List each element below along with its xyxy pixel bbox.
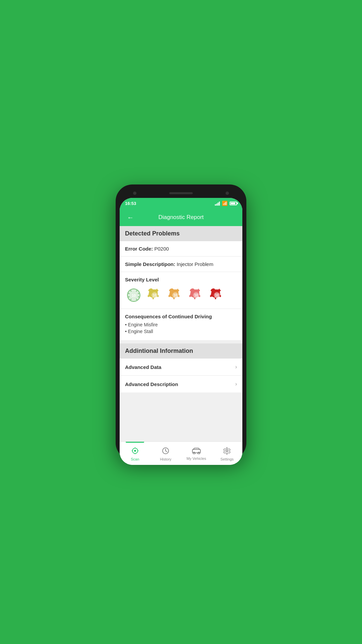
- phone-frame: 16:53 📶 ← Diagnostic Report: [116, 184, 246, 460]
- additional-info-header: Addintional Information: [120, 343, 242, 359]
- advanced-description-row[interactable]: Advanced Description ›: [120, 376, 242, 392]
- severity-gear-4: 10: [187, 286, 205, 304]
- battery-icon: [230, 202, 237, 205]
- page-title: Diagnostic Report: [136, 214, 226, 221]
- consequences-row: Consequences of Continued Driving • Engi…: [120, 309, 242, 340]
- svg-text:10: 10: [215, 293, 219, 297]
- status-time: 16:53: [125, 201, 136, 206]
- severity-gear-1: 10: [125, 286, 142, 304]
- front-camera-left: [133, 192, 136, 195]
- consequence-item-1: • Engine Misfire: [125, 322, 237, 327]
- severity-icons: 10 10: [125, 286, 237, 304]
- svg-text:10: 10: [194, 293, 198, 297]
- settings-nav-icon: [223, 447, 231, 456]
- consequence-item-2: • Engine Stall: [125, 329, 237, 334]
- svg-point-19: [226, 450, 228, 452]
- scan-nav-icon: [131, 447, 139, 456]
- svg-point-10: [134, 450, 136, 452]
- simple-desc-row: Simple Descriptipon: Injector Problem: [120, 257, 242, 272]
- advanced-description-label: Advanced Description: [125, 381, 178, 387]
- nav-item-settings[interactable]: Settings: [212, 442, 243, 465]
- my-vehicles-nav-icon: [192, 447, 201, 455]
- back-button[interactable]: ←: [125, 212, 136, 223]
- detected-problems-title: Detected Problems: [125, 230, 180, 237]
- settings-nav-label: Settings: [220, 457, 234, 461]
- history-nav-label: History: [160, 457, 171, 461]
- bottom-nav: Scan History: [120, 441, 242, 465]
- history-nav-icon: [162, 447, 170, 456]
- front-camera-right: [226, 192, 229, 195]
- error-code-value: P0200: [155, 246, 169, 252]
- status-icons: 📶: [215, 201, 237, 206]
- severity-gear-3: 10: [167, 286, 184, 304]
- error-code-row: Error Code: P0200: [120, 241, 242, 257]
- severity-gear-5: 10: [208, 286, 226, 304]
- section-gap: [120, 340, 242, 343]
- scan-nav-label: Scan: [131, 457, 139, 461]
- battery-fill: [231, 203, 235, 204]
- severity-label: Severity Level: [125, 277, 237, 282]
- my-vehicles-nav-label: My Vehicles: [186, 457, 206, 461]
- advanced-data-row[interactable]: Advanced Data ›: [120, 359, 242, 376]
- main-content: Detected Problems Error Code: P0200 Simp…: [120, 226, 242, 441]
- svg-text:10: 10: [153, 293, 157, 297]
- nav-item-my-vehicles[interactable]: My Vehicles: [181, 442, 212, 465]
- additional-info-title: Addintional Information: [125, 347, 193, 354]
- severity-row: Severity Level 10: [120, 272, 242, 309]
- phone-screen: 16:53 📶 ← Diagnostic Report: [120, 198, 242, 465]
- advanced-description-chevron: ›: [235, 381, 237, 387]
- detected-problems-header: Detected Problems: [120, 226, 242, 241]
- detected-problems-card: Error Code: P0200 Simple Descriptipon: I…: [120, 241, 242, 340]
- advanced-data-label: Advanced Data: [125, 364, 161, 370]
- error-code-label: Error Code:: [125, 246, 153, 252]
- nav-item-history[interactable]: History: [150, 442, 181, 465]
- phone-notch: [120, 189, 242, 198]
- consequences-title: Consequences of Continued Driving: [125, 314, 237, 319]
- app-header: ← Diagnostic Report: [120, 209, 242, 226]
- severity-gear-2: 10: [146, 286, 163, 304]
- bottom-gap: [120, 392, 242, 396]
- simple-desc-label: Simple Descriptipon:: [125, 261, 175, 267]
- svg-text:10: 10: [132, 293, 136, 298]
- phone-speaker: [169, 192, 193, 194]
- signal-icon: [215, 201, 220, 206]
- advanced-data-chevron: ›: [235, 364, 237, 370]
- status-bar: 16:53 📶: [120, 198, 242, 209]
- additional-info-card: Advanced Data › Advanced Description ›: [120, 359, 242, 392]
- simple-desc-value: Injector Problem: [177, 261, 213, 267]
- nav-item-scan[interactable]: Scan: [120, 442, 150, 465]
- wifi-icon: 📶: [222, 201, 228, 206]
- svg-text:10: 10: [173, 293, 177, 297]
